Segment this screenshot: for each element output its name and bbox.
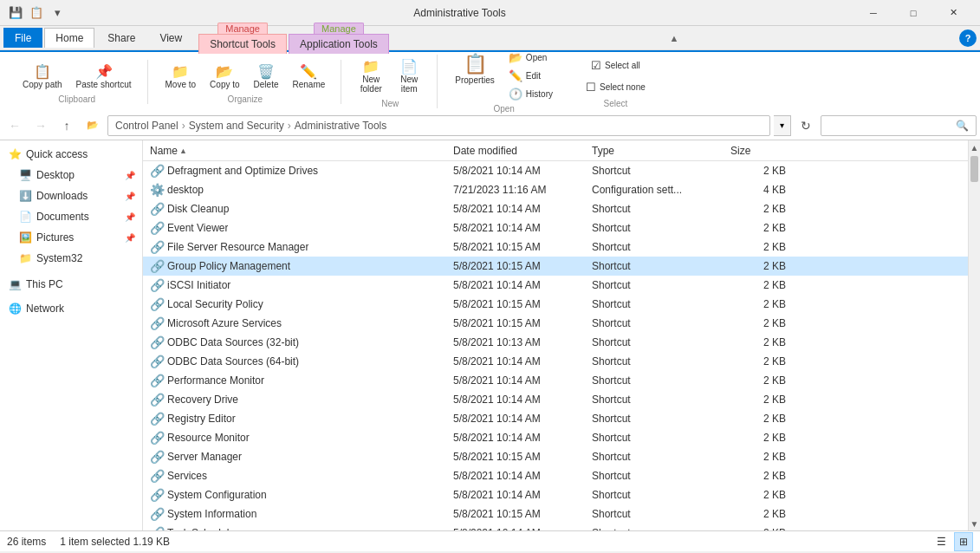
properties-icon[interactable]: 📋 [28,4,45,22]
table-row[interactable]: ⚙️ desktop 7/21/2023 11:16 AM Configurat… [143,180,968,199]
edit-button[interactable]: ✏️Edit [503,68,558,84]
main-layout: ⭐ Quick access 🖥️ Desktop 📌 ⬇️ Downloads… [0,140,980,530]
file-icon: 🔗 [150,431,164,445]
save-icon[interactable]: 💾 [7,4,24,22]
file-size: 2 KB [724,298,793,310]
file-type: Shortcut [585,508,724,520]
sidebar-item-this-pc[interactable]: 💻 This PC [0,274,142,295]
address-path[interactable]: Control Panel › System and Security › Ad… [107,115,770,136]
new-item-button[interactable]: 📄Newitem [392,55,426,97]
file-name: desktop [167,184,204,196]
sidebar-item-network[interactable]: 🌐 Network [0,298,142,319]
address-dropdown-button[interactable]: ▾ [774,115,791,136]
sidebar-label-desktop: Desktop [36,169,123,181]
file-icon: 🔗 [150,355,164,368]
properties-ribbon-button[interactable]: 📋Properties [450,49,500,102]
search-box[interactable]: 🔍 [821,115,977,136]
file-size: 2 KB [724,241,793,253]
delete-button[interactable]: 🗑️Delete [249,60,284,93]
file-size: 2 KB [724,336,793,348]
select-all-button[interactable]: ☑Select all [586,55,646,75]
scroll-down-arrow[interactable]: ▼ [969,517,980,530]
select-none-button[interactable]: ☐Select none [581,77,651,97]
tab-file[interactable]: File [3,28,42,48]
copy-to-button[interactable]: 📂Copy to [204,60,244,93]
open-button[interactable]: 📂Open [503,49,558,66]
table-row[interactable]: 🔗 System Configuration 5/8/2021 10:14 AM… [143,485,968,504]
tab-view[interactable]: View [148,28,193,48]
ribbon-collapse-btn[interactable]: ▲ [664,31,684,45]
details-view-button[interactable]: ☰ [931,532,951,551]
window-controls: ─ □ ✕ [853,0,973,26]
large-icons-view-button[interactable]: ⊞ [954,532,973,551]
sidebar-label-pictures: Pictures [36,231,123,244]
qa-dropdown-icon[interactable]: ▾ [49,4,66,22]
file-name: ODBC Data Sources (64-bit) [167,355,299,368]
table-row[interactable]: 🔗 Task Scheduler 5/8/2021 10:14 AM Short… [143,524,968,530]
table-row[interactable]: 🔗 ODBC Data Sources (64-bit) 5/8/2021 10… [143,352,968,371]
scroll-thumb[interactable] [970,156,978,182]
sidebar-item-pictures[interactable]: 🖼️ Pictures 📌 [0,227,142,248]
sidebar-item-documents[interactable]: 📄 Documents 📌 [0,206,142,227]
search-input[interactable] [828,120,956,132]
sidebar-item-system32[interactable]: 📁 System32 [0,248,142,269]
file-icon: 🔗 [150,488,164,502]
col-header-type[interactable]: Type [585,145,724,157]
col-header-name[interactable]: Name ▲ [143,145,446,157]
forward-button[interactable]: → [29,114,52,137]
table-row[interactable]: 🔗 Services 5/8/2021 10:14 AM Shortcut 2 … [143,466,968,485]
table-row[interactable]: 🔗 Group Policy Management 5/8/2021 10:15… [143,257,968,276]
table-row[interactable]: 🔗 File Server Resource Manager 5/8/2021 … [143,237,968,257]
table-row[interactable]: 🔗 iSCSI Initiator 5/8/2021 10:14 AM Shor… [143,276,968,295]
new-folder-button[interactable]: 📁Newfolder [354,55,388,97]
right-scrollbar[interactable]: ▲ ▼ [968,140,980,530]
scroll-up-arrow[interactable]: ▲ [969,140,980,154]
file-icon: 🔗 [150,164,164,178]
maximize-button[interactable]: □ [893,0,933,26]
sidebar-label-system32: System32 [36,252,135,264]
paste-shortcut-button[interactable]: 📌Paste shortcut [71,60,137,93]
file-date: 5/8/2021 10:14 AM [446,394,585,406]
table-row[interactable]: 🔗 Defragment and Optimize Drives 5/8/202… [143,161,968,180]
path-system-security: System and Security [189,120,284,132]
file-list-container: Name ▲ Date modified Type Size 🔗 Defragm… [143,140,980,530]
table-row[interactable]: 🔗 System Information 5/8/2021 10:15 AM S… [143,504,968,524]
sidebar-label-documents: Documents [36,211,123,223]
up-button[interactable]: ↑ [55,114,78,137]
table-row[interactable]: 🔗 Event Viewer 5/8/2021 10:14 AM Shortcu… [143,218,968,237]
tab-app-tools[interactable]: Application Tools [289,34,389,54]
file-icon: 🔗 [150,316,164,330]
file-list[interactable]: Name ▲ Date modified Type Size 🔗 Defragm… [143,140,968,530]
scroll-track[interactable] [969,154,980,517]
tab-shortcut-tools[interactable]: Shortcut Tools [198,34,287,54]
rename-button[interactable]: ✏️Rename [287,60,330,93]
col-header-size[interactable]: Size [724,145,793,157]
refresh-button[interactable]: ↻ [795,114,817,137]
sidebar-item-downloads[interactable]: ⬇️ Downloads 📌 [0,185,142,206]
tab-share[interactable]: Share [96,28,146,48]
minimize-button[interactable]: ─ [853,0,893,26]
help-button[interactable]: ? [959,29,977,47]
tab-home[interactable]: Home [44,28,94,48]
table-row[interactable]: 🔗 Resource Monitor 5/8/2021 10:14 AM Sho… [143,428,968,447]
recent-locations-button[interactable]: 📂 [81,114,104,137]
table-row[interactable]: 🔗 Local Security Policy 5/8/2021 10:15 A… [143,295,968,314]
file-name: System Information [167,508,256,520]
sidebar-item-quick-access[interactable]: ⭐ Quick access [0,144,142,165]
table-row[interactable]: 🔗 ODBC Data Sources (32-bit) 5/8/2021 10… [143,333,968,352]
col-header-date[interactable]: Date modified [446,145,585,157]
table-row[interactable]: 🔗 Recovery Drive 5/8/2021 10:14 AM Short… [143,390,968,409]
sidebar-item-desktop[interactable]: 🖥️ Desktop 📌 [0,165,142,185]
table-row[interactable]: 🔗 Registry Editor 5/8/2021 10:14 AM Shor… [143,409,968,428]
close-button[interactable]: ✕ [933,0,973,26]
history-button[interactable]: 🕐History [503,86,558,102]
table-row[interactable]: 🔗 Disk Cleanup 5/8/2021 10:14 AM Shortcu… [143,199,968,218]
table-row[interactable]: 🔗 Microsoft Azure Services 5/8/2021 10:1… [143,314,968,333]
file-icon: 🔗 [150,278,164,292]
back-button[interactable]: ← [3,114,26,137]
move-to-button[interactable]: 📁Move to [160,60,202,93]
table-row[interactable]: 🔗 Server Manager 5/8/2021 10:15 AM Short… [143,447,968,466]
copy-path-button[interactable]: 📋Copy path [17,60,68,93]
table-row[interactable]: 🔗 Performance Monitor 5/8/2021 10:14 AM … [143,371,968,390]
file-name: Resource Monitor [167,432,250,444]
